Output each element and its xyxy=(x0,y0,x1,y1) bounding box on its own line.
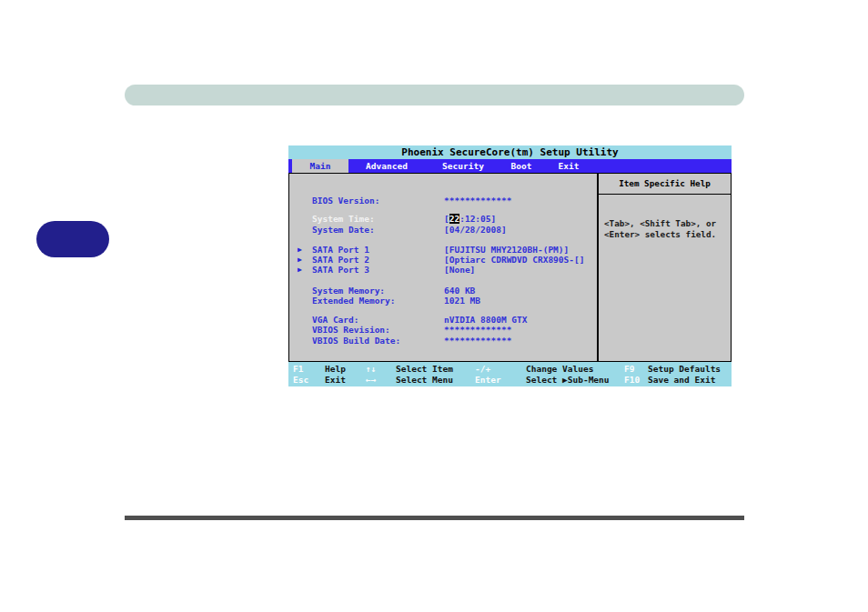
sata-port-2-label: SATA Port 2 xyxy=(312,255,369,265)
legend-select-submenu: Select ▶Sub-Menu xyxy=(526,375,610,386)
sata-port-3-row[interactable]: ▶ SATA Port 3 [None] xyxy=(289,265,597,275)
vga-card-row: VGA Card: nVIDIA 8800M GTX xyxy=(289,315,597,325)
vbios-revision-value: ************* xyxy=(444,325,511,335)
bios-menu-bar: Main Advanced Security Boot Exit xyxy=(288,159,732,173)
extended-memory-label: Extended Memory: xyxy=(312,296,396,306)
vbios-build-date-label: VBIOS Build Date: xyxy=(312,336,400,346)
submenu-arrow-icon: ▶ xyxy=(298,255,302,265)
tab-boot[interactable]: Boot xyxy=(511,159,532,173)
legend-select-menu: Select Menu xyxy=(396,375,453,386)
vga-card-label: VGA Card: xyxy=(312,315,358,325)
legend-select-item: Select Item xyxy=(396,364,453,375)
vbios-build-date-value: ************* xyxy=(444,336,511,346)
legend-change-values: Change Values xyxy=(526,364,593,375)
tab-advanced[interactable]: Advanced xyxy=(366,159,408,173)
system-time-label: System Time: xyxy=(312,214,375,224)
system-memory-row: System Memory: 640 KB xyxy=(289,286,597,296)
sata-port-3-value: [None] xyxy=(444,265,475,275)
bios-version-label: BIOS Version: xyxy=(312,196,379,206)
vbios-revision-label: VBIOS Revision: xyxy=(312,325,390,335)
legend-help: Help xyxy=(325,364,346,375)
system-time-row: System Time: [22:12:05] xyxy=(289,214,597,224)
chapter-tab-pill xyxy=(36,221,109,257)
bios-main-panel: BIOS Version: ************* System Time:… xyxy=(288,173,598,362)
key-f1: F1 xyxy=(293,364,303,375)
sata-port-1-label: SATA Port 1 xyxy=(312,245,369,255)
help-panel-text: <Tab>, <Shift Tab>, or <Enter> selects f… xyxy=(599,218,731,240)
extended-memory-row: Extended Memory: 1021 MB xyxy=(289,296,597,306)
page-header-bar xyxy=(125,85,744,105)
help-line-2: <Enter> selects field. xyxy=(604,229,731,240)
legend-setup-defaults: Setup Defaults xyxy=(648,364,721,375)
tab-security[interactable]: Security xyxy=(442,159,484,173)
page-footer-rule xyxy=(125,516,744,520)
system-date-label: System Date: xyxy=(312,225,375,235)
key-enter: Enter xyxy=(475,375,501,386)
legend-save-and-exit: Save and Exit xyxy=(648,375,715,386)
extended-memory-value: 1021 MB xyxy=(444,296,480,306)
key-f9: F9 xyxy=(624,364,634,375)
help-line-1: <Tab>, <Shift Tab>, or xyxy=(604,218,731,229)
sata-port-1-row[interactable]: ▶ SATA Port 1 [FUJITSU MHY2120BH-(PM)] xyxy=(289,245,597,255)
system-time-hours-selected[interactable]: 22 xyxy=(449,214,459,224)
key-esc: Esc xyxy=(293,375,308,386)
vga-card-value: nVIDIA 8800M GTX xyxy=(444,315,528,325)
key-up-down-icon: ↑↓ xyxy=(366,364,376,375)
bios-version-row: BIOS Version: ************* xyxy=(289,196,597,206)
sata-port-3-label: SATA Port 3 xyxy=(312,265,369,275)
sata-port-2-value: [Optiarc CDRWDVD CRX890S-[] xyxy=(444,255,584,265)
system-time-rest: :12:05] xyxy=(459,214,496,224)
submenu-arrow-icon: ▶ xyxy=(298,265,302,275)
sata-port-2-row[interactable]: ▶ SATA Port 2 [Optiarc CDRWDVD CRX890S-[… xyxy=(289,255,597,265)
system-memory-label: System Memory: xyxy=(312,286,385,296)
key-f10: F10 xyxy=(624,375,640,386)
submenu-arrow-icon: ▶ xyxy=(298,245,302,255)
bios-key-legend-bar: F1 Help ↑↓ Select Item -/+ Change Values… xyxy=(288,362,732,386)
key-left-right-icon: ←→ xyxy=(366,375,376,386)
legend-exit: Exit xyxy=(325,375,346,386)
item-specific-help-panel: Item Specific Help <Tab>, <Shift Tab>, o… xyxy=(598,173,732,362)
system-date-row: System Date: [04/28/2008] xyxy=(289,225,597,235)
tab-exit[interactable]: Exit xyxy=(559,159,580,173)
system-time-field[interactable]: [22:12:05] xyxy=(444,214,496,224)
help-panel-title: Item Specific Help xyxy=(599,174,731,195)
tab-main[interactable]: Main xyxy=(292,159,348,173)
system-time-open-bracket: [ xyxy=(444,214,449,224)
vbios-revision-row: VBIOS Revision: ************* xyxy=(289,325,597,335)
bios-setup-screenshot: Phoenix SecureCore(tm) Setup Utility Mai… xyxy=(288,145,732,386)
vbios-build-date-row: VBIOS Build Date: ************* xyxy=(289,336,597,346)
bios-title-bar: Phoenix SecureCore(tm) Setup Utility xyxy=(288,145,732,159)
system-memory-value: 640 KB xyxy=(444,286,475,296)
sata-port-1-value: [FUJITSU MHY2120BH-(PM)] xyxy=(444,245,569,255)
bios-version-value: ************* xyxy=(444,196,511,206)
key-minus-plus: -/+ xyxy=(475,364,490,375)
system-date-field[interactable]: [04/28/2008] xyxy=(444,225,507,235)
